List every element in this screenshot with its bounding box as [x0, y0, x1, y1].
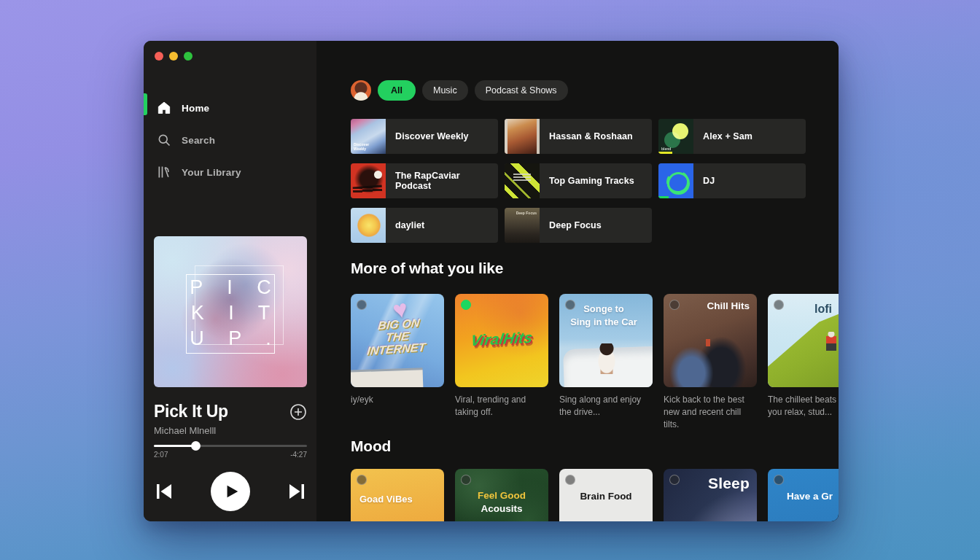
spotify-badge-icon — [461, 475, 471, 485]
tile-label: Top Gaming Tracks — [549, 176, 634, 186]
cover-line: Acousits — [455, 502, 548, 516]
sidebar-item-home[interactable]: Home — [144, 92, 316, 124]
cover-line: ViralHits — [455, 328, 548, 351]
spotify-badge-icon — [774, 300, 784, 310]
cover-title-text: Chill Hits — [707, 300, 750, 311]
play-icon — [224, 483, 240, 499]
card-subtitle: The chilleet beats help you relax, stud.… — [768, 394, 839, 419]
search-icon — [156, 132, 172, 148]
cover-title-text: Sleep — [708, 475, 750, 492]
card-car[interactable]: Songe toSing in the Car Sing along and e… — [559, 294, 653, 430]
tile-label: Alex + Sam — [703, 131, 752, 141]
seek-slider[interactable] — [154, 441, 307, 451]
tile-label: Hassan & Roshaan — [549, 131, 633, 141]
spotify-badge-icon — [461, 300, 471, 310]
tile-alex[interactable]: blend Alex + Sam — [658, 119, 806, 154]
tile-deepfocus[interactable]: Deep Focus Deep Focus — [505, 208, 652, 243]
card-havegr[interactable]: Have a Gr — [768, 469, 839, 521]
tile-cover-text: Discover Weekly — [354, 142, 376, 151]
album-art-line: K I T — [182, 303, 280, 323]
next-track-button[interactable] — [287, 481, 307, 502]
tile-dj[interactable]: DJ — [658, 163, 806, 198]
seek-thumb[interactable] — [191, 441, 201, 451]
cover-line: Brain Food — [559, 491, 653, 502]
card-viral[interactable]: ViralHits Viral, trending and taking off… — [455, 294, 548, 430]
spotify-badge-icon — [565, 475, 575, 485]
card-goodvibes[interactable]: Goad ViBes — [351, 469, 444, 521]
card-cover-art: Feel GoodAcousits — [455, 469, 548, 521]
section-title-more: More of what you like — [351, 260, 503, 277]
tile-cover-art: blend — [658, 119, 693, 154]
cover-title-text: Feel GoodAcousits — [455, 489, 548, 515]
sidebar: Home Search Your Library P I CK I TU P .… — [144, 41, 316, 521]
tile-rap[interactable]: The RapCaviar Podcast — [351, 163, 498, 198]
filter-chip-podcast-shows[interactable]: Podcast & Shows — [475, 80, 568, 101]
filter-chip-all[interactable]: All — [378, 80, 416, 101]
card-lofi[interactable]: lofi The chilleet beats help you relax, … — [768, 294, 839, 430]
card-brainfood[interactable]: Brain Food — [559, 469, 653, 521]
card-cover-art: BIG ONTHEINTERNET — [351, 294, 444, 387]
track-artist: Michael Mlnelll — [154, 425, 216, 436]
tile-label: Discover Weekly — [395, 131, 469, 141]
tile-discover[interactable]: Discover Weekly Discover Weekly — [351, 119, 498, 154]
sidebar-nav: Home Search Your Library — [144, 92, 316, 188]
cover-line: Chill Hits — [707, 300, 750, 311]
close-button[interactable] — [155, 52, 163, 61]
sidebar-item-search[interactable]: Search — [144, 124, 316, 156]
filter-chip-music[interactable]: Music — [422, 80, 468, 101]
card-cover-art: ViralHits — [455, 294, 548, 387]
cover-title-text: Brain Food — [559, 491, 653, 502]
tile-dayliet[interactable]: dayliet — [351, 208, 498, 243]
tile-hassan[interactable]: Hassan & Roshaan — [505, 119, 652, 154]
elapsed-time: 2:07 — [154, 451, 168, 459]
more-of-what-you-like-row: BIG ONTHEINTERNET iy/eyk ViralHits Viral… — [351, 294, 839, 430]
minimize-button[interactable] — [169, 52, 178, 61]
cover-line: Feel Good — [455, 489, 548, 502]
recently-played-grid: Discover Weekly Discover Weekly Hassan &… — [351, 119, 806, 243]
cover-line: Sleep — [708, 475, 750, 492]
cover-line: Goad ViBes — [359, 494, 413, 505]
zoom-button[interactable] — [184, 52, 192, 61]
spotify-badge-icon — [357, 475, 367, 485]
cover-title-text: Have a Gr — [787, 491, 833, 502]
card-feelgood[interactable]: Feel GoodAcousits — [455, 469, 548, 521]
card-subtitle: iy/eyk — [351, 394, 444, 406]
spotify-badge-icon — [669, 475, 680, 485]
card-chill[interactable]: Chill Hits Kick back to the best new and… — [664, 294, 757, 430]
tile-cover-art: Discover Weekly — [351, 119, 386, 154]
card-subtitle: Viral, trending and taking off. — [455, 394, 548, 419]
card-bigon[interactable]: BIG ONTHEINTERNET iy/eyk — [351, 294, 444, 430]
tile-cover-art: Deep Focus — [505, 208, 540, 243]
user-avatar[interactable] — [351, 80, 371, 101]
spotify-badge-icon — [565, 300, 575, 310]
card-sleep[interactable]: Sleep — [664, 469, 757, 521]
home-icon — [156, 100, 172, 116]
album-art-line: U P . — [180, 329, 281, 349]
card-subtitle: Kick back to the best new and recent chi… — [664, 394, 757, 430]
spotify-badge-icon — [357, 300, 367, 310]
tile-cover-text: blend — [661, 147, 683, 151]
now-playing-album-art: P I CK I TU P . — [154, 236, 307, 387]
tile-cover-art — [351, 163, 386, 198]
tile-cover-art — [505, 119, 540, 154]
tile-cover-art — [658, 163, 693, 198]
tile-label: Deep Focus — [549, 220, 602, 230]
playback-controls — [154, 470, 307, 513]
tile-cover-art — [505, 163, 540, 198]
cover-title-text: Goad ViBes — [359, 494, 413, 505]
plus-circle-icon — [289, 403, 307, 421]
tile-gaming[interactable]: Top Gaming Tracks — [505, 163, 652, 198]
add-to-library-button[interactable] — [289, 403, 307, 421]
album-art-title-text: P I CK I TU P . — [154, 236, 307, 387]
card-subtitle: Sing along and enjoy the drive... — [559, 394, 653, 419]
play-button[interactable] — [211, 472, 250, 511]
spotify-badge-icon — [669, 300, 680, 310]
tile-label: The RapCaviar Podcast — [395, 171, 498, 191]
cover-line: Sing in the Car — [559, 316, 648, 329]
skip-back-icon — [154, 481, 174, 502]
filter-chips: All Music Podcast & Shows — [378, 80, 568, 101]
spotify-window: Home Search Your Library P I CK I TU P .… — [144, 41, 839, 521]
previous-track-button[interactable] — [154, 481, 174, 502]
library-icon — [156, 164, 172, 180]
sidebar-item-your-library[interactable]: Your Library — [144, 156, 316, 188]
